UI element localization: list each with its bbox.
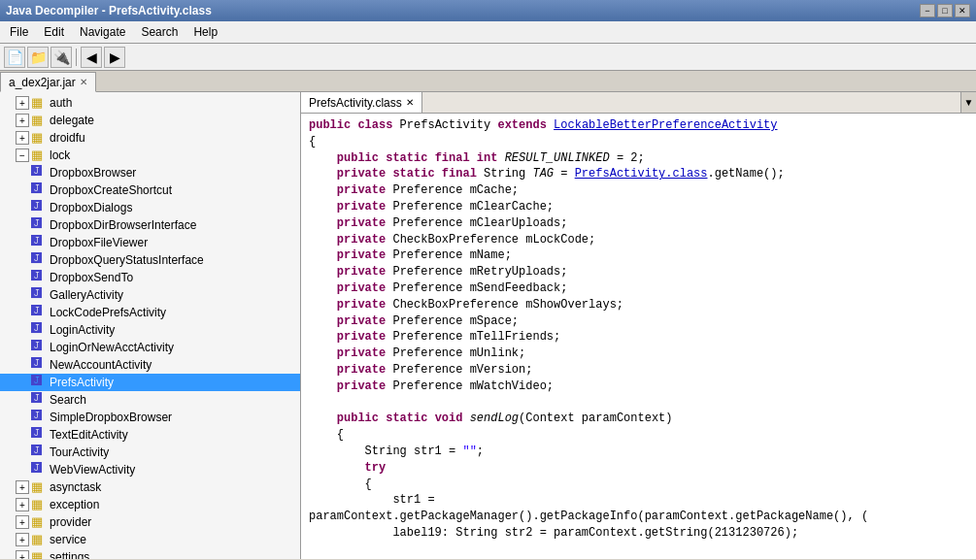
tree-node-label: LoginActivity bbox=[50, 323, 115, 337]
title-bar: Java Decompiler - PrefsActivity.class − … bbox=[0, 0, 976, 21]
list-item[interactable]: 🅹 DropboxBrowser bbox=[0, 164, 300, 181]
code-line: private Preference mCache; bbox=[309, 182, 968, 199]
code-line: private Preference mName; bbox=[309, 247, 968, 264]
tree-node-label: SimpleDropboxBrowser bbox=[50, 411, 172, 424]
list-item[interactable]: 🅹 LockCodePrefsActivity bbox=[0, 304, 300, 321]
list-item[interactable]: 🅹 WebViewActivity bbox=[0, 461, 300, 478]
expand-icon[interactable]: + bbox=[16, 480, 29, 494]
code-view[interactable]: public class PrefsActivity extends Locka… bbox=[301, 114, 976, 559]
package-icon: ▦ bbox=[31, 148, 47, 163]
list-item[interactable]: 🅹 Search bbox=[0, 391, 300, 409]
class-icon: 🅹 bbox=[31, 200, 47, 215]
code-tab-prefsactivity[interactable]: PrefsActivity.class ✕ bbox=[301, 92, 422, 113]
list-item[interactable]: − ▦ lock bbox=[0, 147, 300, 164]
code-line: private Preference mClearUploads; bbox=[309, 215, 968, 232]
tree-node-label: settings bbox=[50, 550, 89, 559]
tree-node-label: DropboxBrowser bbox=[50, 166, 136, 180]
code-line: private Preference mWatchVideo; bbox=[309, 379, 968, 395]
tree-node-label: NewAccountActivity bbox=[50, 358, 151, 372]
toolbar-separator bbox=[76, 49, 77, 66]
code-line: { bbox=[309, 427, 968, 444]
left-panel: + ▦ auth + ▦ delegate + ▦ droidfu − bbox=[0, 92, 301, 559]
window-controls[interactable]: − □ ✕ bbox=[920, 4, 970, 17]
code-tab-close-icon[interactable]: ✕ bbox=[406, 97, 414, 108]
expand-icon[interactable]: + bbox=[16, 114, 29, 127]
class-icon: 🅹 bbox=[31, 392, 47, 408]
tree-view[interactable]: + ▦ auth + ▦ delegate + ▦ droidfu − bbox=[0, 92, 300, 559]
expand-icon[interactable]: + bbox=[16, 498, 29, 511]
list-item[interactable]: + ▦ asynctask bbox=[0, 478, 300, 496]
expand-icon[interactable]: + bbox=[16, 131, 29, 145]
class-icon: 🅹 bbox=[31, 305, 47, 320]
list-item[interactable]: 🅹 DropboxFileViewer bbox=[0, 234, 300, 251]
code-line: public class PrefsActivity extends Locka… bbox=[309, 117, 968, 134]
code-line: str1 = paramContext.getPackageManager().… bbox=[309, 492, 968, 525]
code-line: { bbox=[309, 134, 968, 150]
list-item[interactable]: 🅹 TourActivity bbox=[0, 444, 300, 461]
back-button[interactable]: ◀ bbox=[81, 47, 102, 68]
tree-node-label: LoginOrNewAcctActivity bbox=[50, 341, 174, 354]
connect-button[interactable]: 🔌 bbox=[50, 47, 72, 68]
expand-icon[interactable]: + bbox=[16, 550, 29, 559]
menu-help[interactable]: Help bbox=[187, 23, 223, 41]
list-item[interactable]: 🅹 DropboxDirBrowserInterface bbox=[0, 216, 300, 234]
list-item[interactable]: 🅹 DropboxDialogs bbox=[0, 199, 300, 216]
list-item[interactable]: 🅹 LoginOrNewAcctActivity bbox=[0, 339, 300, 356]
code-tab-scroll-button[interactable]: ▼ bbox=[960, 92, 976, 113]
tree-node-label: asynctask bbox=[50, 480, 101, 494]
code-tab-bar: PrefsActivity.class ✕ ▼ bbox=[301, 92, 976, 114]
menu-file[interactable]: File bbox=[4, 23, 34, 41]
code-line: try bbox=[309, 460, 968, 477]
class-icon: 🅹 bbox=[31, 410, 47, 425]
expand-icon[interactable]: + bbox=[16, 515, 29, 529]
minimize-button[interactable]: − bbox=[920, 4, 935, 17]
class-icon: 🅹 bbox=[31, 182, 47, 198]
menu-edit[interactable]: Edit bbox=[38, 23, 70, 41]
file-tab-label: a_dex2jar.jar bbox=[9, 76, 76, 89]
close-button[interactable]: ✕ bbox=[955, 4, 970, 17]
file-tab-close-icon[interactable]: ✕ bbox=[80, 77, 87, 87]
list-item[interactable]: + ▦ droidfu bbox=[0, 129, 300, 147]
class-icon: 🅹 bbox=[31, 340, 47, 355]
code-line: private Preference mSendFeedback; bbox=[309, 280, 968, 297]
class-icon: 🅹 bbox=[31, 375, 47, 390]
code-line: private Preference mVersion; bbox=[309, 362, 968, 379]
code-line: label19: String str2 = paramContext.getS… bbox=[309, 525, 968, 542]
package-icon: ▦ bbox=[31, 479, 47, 495]
list-item[interactable]: + ▦ settings bbox=[0, 548, 300, 559]
list-item[interactable]: 🅹 GalleryActivity bbox=[0, 286, 300, 304]
forward-button[interactable]: ▶ bbox=[104, 47, 125, 68]
list-item[interactable]: + ▦ auth bbox=[0, 94, 300, 112]
list-item[interactable]: + ▦ provider bbox=[0, 513, 300, 531]
open-file-button[interactable]: 📄 bbox=[4, 47, 25, 68]
tree-node-label: PrefsActivity bbox=[50, 376, 114, 389]
list-item[interactable]: 🅹 NewAccountActivity bbox=[0, 356, 300, 374]
maximize-button[interactable]: □ bbox=[937, 4, 953, 17]
list-item[interactable]: 🅹 PrefsActivity bbox=[0, 374, 300, 391]
tree-node-label: GalleryActivity bbox=[50, 288, 123, 302]
list-item[interactable]: + ▦ exception bbox=[0, 496, 300, 513]
open-folder-button[interactable]: 📁 bbox=[27, 47, 49, 68]
list-item[interactable]: 🅹 DropboxSendTo bbox=[0, 269, 300, 286]
code-line: private Preference mRetryUploads; bbox=[309, 264, 968, 280]
expand-icon[interactable]: + bbox=[16, 96, 29, 110]
list-item[interactable]: 🅹 DropboxCreateShortcut bbox=[0, 181, 300, 199]
list-item[interactable]: + ▦ service bbox=[0, 531, 300, 548]
menu-search[interactable]: Search bbox=[135, 23, 184, 41]
menu-navigate[interactable]: Navigate bbox=[74, 23, 131, 41]
tree-node-label: delegate bbox=[50, 114, 94, 127]
tree-node-label: LockCodePrefsActivity bbox=[50, 306, 166, 319]
expand-icon[interactable]: + bbox=[16, 533, 29, 546]
package-icon: ▦ bbox=[31, 95, 47, 111]
list-item[interactable]: 🅹 SimpleDropboxBrowser bbox=[0, 409, 300, 426]
code-line: private Preference mTellFriends; bbox=[309, 329, 968, 346]
class-icon: 🅹 bbox=[31, 217, 47, 233]
list-item[interactable]: 🅹 TextEditActivity bbox=[0, 426, 300, 444]
list-item[interactable]: + ▦ delegate bbox=[0, 112, 300, 129]
list-item[interactable]: 🅹 DropboxQueryStatusInterface bbox=[0, 251, 300, 269]
list-item[interactable]: 🅹 LoginActivity bbox=[0, 321, 300, 339]
code-line: private Preference mUnlink; bbox=[309, 346, 968, 362]
expand-icon[interactable]: − bbox=[16, 148, 29, 162]
file-tab-jar[interactable]: a_dex2jar.jar ✕ bbox=[0, 72, 96, 92]
tree-node-label: TourActivity bbox=[50, 445, 109, 459]
